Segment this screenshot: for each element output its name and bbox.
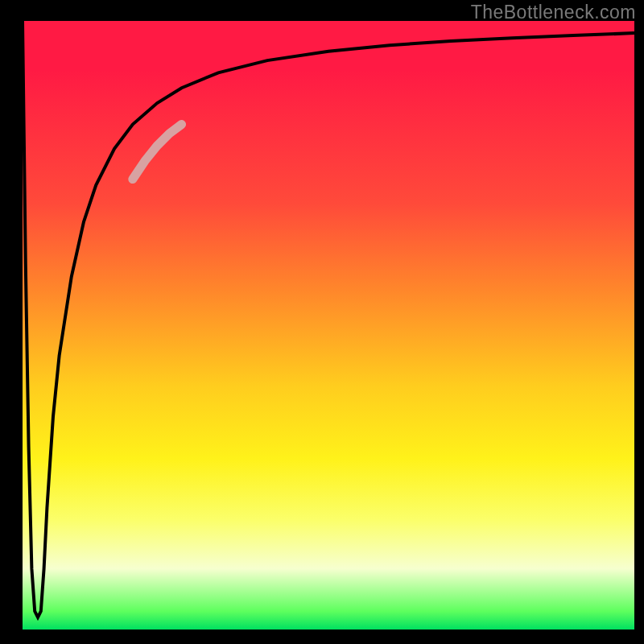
highlight-segment: [133, 125, 182, 180]
chart-curve-layer: [23, 21, 634, 630]
main-curve: [23, 21, 634, 617]
chart-stage: TheBottleneck.com: [0, 0, 644, 644]
watermark-text: TheBottleneck.com: [471, 2, 636, 23]
